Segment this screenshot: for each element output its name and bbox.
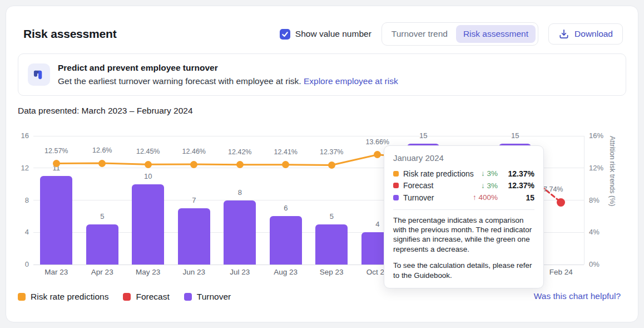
bar-value-label: 15: [498, 131, 532, 140]
bar-value-label: 5: [315, 212, 348, 221]
tooltip-value: 15: [502, 193, 534, 202]
header: Risk assessment Show value number Turnov…: [23, 22, 623, 46]
download-label: Download: [574, 29, 613, 39]
turnover-app-icon: [28, 63, 50, 86]
bar-value-label: 15: [407, 131, 440, 140]
chart-view-tabs: Turnover trend Risk assessment: [382, 22, 538, 46]
tab-turnover-trend[interactable]: Turnover trend: [384, 25, 455, 43]
risk-point-oct-23[interactable]: [374, 151, 381, 158]
banner-description: Get the earliest turnover warning foreca…: [58, 76, 398, 86]
tooltip-change-up: ↑ 400%: [473, 193, 498, 202]
legend-item-risk-rate[interactable]: Risk rate predictions: [18, 292, 108, 302]
tooltip-row: Risk rate predictions ↓ 3% 12.37%: [393, 168, 534, 180]
forecast-swatch-icon: [393, 183, 399, 188]
forecast-legend-swatch-icon: [123, 293, 131, 301]
risk-point-sep-23[interactable]: [328, 161, 335, 169]
risk-rate-swatch-icon: [393, 171, 399, 177]
tooltip-change-down: ↓ 3%: [481, 182, 498, 190]
risk-point-mar-23[interactable]: [53, 160, 60, 167]
bar-value-label: 7: [177, 196, 211, 204]
download-button[interactable]: Download: [548, 23, 623, 45]
risk-value-label: 12.57%: [37, 147, 76, 155]
x-axis-label: Mar 23: [37, 268, 76, 276]
tooltip-divider: [393, 209, 534, 210]
checkmark-icon: [281, 31, 289, 38]
risk-point-jul-23[interactable]: [236, 161, 244, 168]
right-axis-line: [584, 136, 584, 265]
legend-label: Forecast: [136, 292, 169, 302]
chart-lines: [0, 0, 644, 328]
turnover-bar-jun-23[interactable]: [178, 208, 210, 265]
turnover-bar-aug-23[interactable]: [270, 216, 302, 265]
turnover-bar-apr-23[interactable]: [86, 224, 118, 265]
tooltip-note-2: To see the calculation details, please r…: [393, 261, 534, 280]
tooltip-value: 12.37%: [502, 181, 534, 190]
banner-title: Predict and prevent employee turnover: [58, 63, 398, 73]
left-axis-tick: 16: [10, 131, 29, 140]
risk-value-label: 12.42%: [220, 148, 259, 156]
download-icon: [558, 28, 569, 40]
left-axis-tick: 8: [10, 196, 29, 204]
bar-value-label: 6: [269, 204, 303, 212]
tooltip-month-title: January 2024: [393, 153, 534, 163]
chart-legend: Risk rate predictions Forecast Turnover: [18, 292, 231, 302]
banner-description-text: Get the earliest turnover warning foreca…: [58, 76, 301, 86]
chart-helpful-link[interactable]: Was this chart helpful?: [534, 291, 621, 301]
turnover-bar-mar-23[interactable]: [40, 176, 72, 265]
tooltip-series-label: Forecast: [403, 181, 477, 190]
risk-value-label: 12.37%: [312, 148, 351, 156]
tooltip-series-label: Turnover: [403, 193, 468, 202]
tooltip-series-label: Risk rate predictions: [403, 169, 477, 178]
forecast-point-feb-24[interactable]: [557, 198, 565, 207]
x-axis-label: May 23: [128, 268, 167, 276]
risk-point-apr-23[interactable]: [98, 160, 106, 167]
legend-item-forecast[interactable]: Forecast: [123, 292, 169, 302]
x-axis-label: Jul 23: [220, 268, 259, 276]
show-value-label: Show value number: [295, 29, 371, 39]
risk-point-jun-23[interactable]: [190, 161, 197, 168]
promo-banner: Predict and prevent employee turnover Ge…: [18, 53, 626, 96]
turnover-legend-swatch-icon: [184, 293, 192, 301]
page: 1616%1212%88%44%00%Mar 23Apr 23May 23Jun…: [0, 0, 644, 328]
tooltip-row: Forecast ↓ 3% 12.37%: [393, 180, 534, 192]
turnover-bar-may-23[interactable]: [132, 184, 164, 265]
turnover-bar-sep-23[interactable]: [315, 224, 348, 265]
risk-value-label: 12.45%: [128, 148, 167, 155]
tooltip-note-1: The percentage indicates a comparison wi…: [393, 216, 534, 254]
legend-label: Risk rate predictions: [31, 292, 108, 302]
turnover-glyph-icon: [33, 68, 46, 81]
risk-value-label: 12.46%: [175, 148, 214, 155]
tab-risk-assessment[interactable]: Risk assessment: [456, 25, 536, 43]
risk-value-label: 12.6%: [83, 146, 122, 154]
x-axis-label: Apr 23: [83, 268, 122, 276]
header-controls: Show value number Turnover trend Risk as…: [280, 22, 623, 46]
legend-item-turnover[interactable]: Turnover: [184, 292, 231, 302]
x-axis-label: Aug 23: [266, 268, 305, 276]
x-axis-label: Jun 23: [175, 268, 214, 276]
data-range-caption: Data presented: March 2023 – February 20…: [18, 106, 193, 116]
checkbox-checked-icon[interactable]: [280, 29, 290, 40]
turnover-bar-jul-23[interactable]: [224, 200, 256, 265]
turnover-swatch-icon: [393, 195, 399, 200]
x-axis-label: Sep 23: [312, 268, 351, 276]
chart-tooltip: January 2024 Risk rate predictions ↓ 3% …: [384, 145, 544, 288]
risk-point-may-23[interactable]: [145, 161, 152, 168]
bar-value-label: 10: [131, 172, 165, 180]
banner-text: Predict and prevent employee turnover Ge…: [58, 63, 398, 86]
left-axis-tick: 12: [10, 164, 29, 172]
x-axis-label: Feb 24: [542, 268, 581, 276]
legend-label: Turnover: [197, 292, 231, 302]
risk-value-label: 12.41%: [266, 148, 305, 156]
right-axis-title: Attrition risk trends (%): [608, 136, 616, 265]
risk-rate-legend-swatch-icon: [18, 293, 26, 301]
bar-value-label: 5: [86, 212, 119, 221]
tooltip-change-down: ↓ 3%: [481, 169, 498, 178]
bar-value-label: 8: [223, 188, 256, 197]
show-value-checkbox-row[interactable]: Show value number: [280, 29, 371, 40]
left-axis-tick: 0: [10, 260, 29, 268]
tooltip-value: 12.37%: [502, 169, 534, 178]
left-axis-tick: 4: [10, 228, 29, 236]
tooltip-row: Turnover ↑ 400% 15: [393, 192, 534, 204]
chart-area: 1616%1212%88%44%00%Mar 23Apr 23May 23Jun…: [0, 0, 644, 328]
explore-employee-link[interactable]: Explore employee at risk: [304, 76, 398, 86]
